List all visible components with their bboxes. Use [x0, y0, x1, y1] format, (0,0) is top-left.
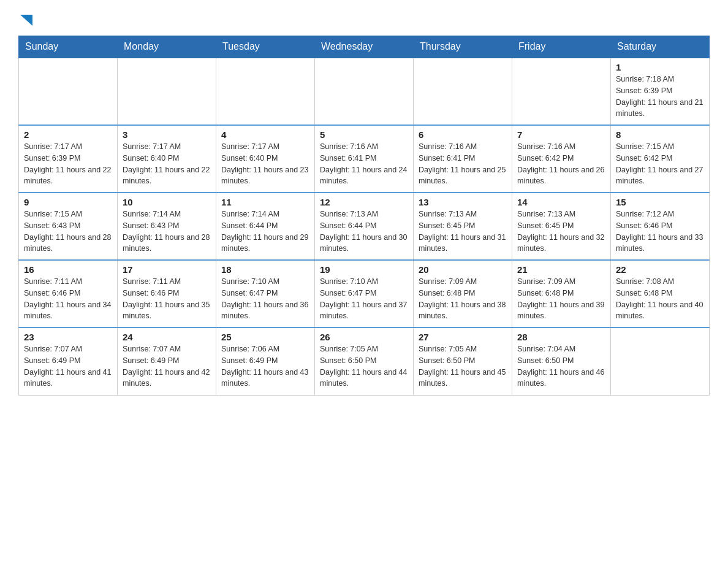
calendar-week-row: 23Sunrise: 7:07 AMSunset: 6:49 PMDayligh… — [19, 327, 710, 395]
day-info: Sunrise: 7:05 AMSunset: 6:50 PMDaylight:… — [320, 343, 408, 389]
calendar-cell: 8Sunrise: 7:15 AMSunset: 6:42 PMDaylight… — [611, 125, 710, 193]
calendar-cell: 23Sunrise: 7:07 AMSunset: 6:49 PMDayligh… — [19, 327, 118, 395]
calendar-cell: 6Sunrise: 7:16 AMSunset: 6:41 PMDaylight… — [414, 125, 512, 193]
day-number: 1 — [616, 62, 704, 72]
calendar-header-row: SundayMondayTuesdayWednesdayThursdayFrid… — [19, 36, 710, 58]
calendar-cell: 12Sunrise: 7:13 AMSunset: 6:44 PMDayligh… — [315, 193, 414, 260]
calendar-cell: 24Sunrise: 7:07 AMSunset: 6:49 PMDayligh… — [118, 327, 216, 395]
calendar-cell: 25Sunrise: 7:06 AMSunset: 6:49 PMDayligh… — [216, 327, 315, 395]
day-number: 9 — [24, 197, 112, 207]
calendar-cell — [315, 58, 414, 125]
column-header-monday: Monday — [118, 36, 216, 58]
calendar-week-row: 1Sunrise: 7:18 AMSunset: 6:39 PMDaylight… — [19, 58, 710, 125]
day-number: 8 — [616, 129, 704, 140]
day-info: Sunrise: 7:06 AMSunset: 6:49 PMDaylight:… — [221, 343, 309, 389]
column-header-wednesday: Wednesday — [315, 36, 414, 58]
day-info: Sunrise: 7:09 AMSunset: 6:48 PMDaylight:… — [419, 276, 507, 322]
day-info: Sunrise: 7:16 AMSunset: 6:41 PMDaylight:… — [320, 141, 408, 187]
column-header-sunday: Sunday — [19, 36, 118, 58]
day-number: 26 — [320, 332, 408, 342]
column-header-friday: Friday — [512, 36, 611, 58]
day-number: 16 — [24, 264, 112, 275]
day-info: Sunrise: 7:13 AMSunset: 6:44 PMDaylight:… — [320, 209, 408, 255]
day-number: 7 — [517, 129, 605, 140]
day-number: 10 — [123, 197, 211, 207]
day-number: 23 — [24, 332, 112, 342]
calendar-cell — [216, 58, 315, 125]
logo-triangle-icon — [20, 15, 32, 29]
calendar-cell — [512, 58, 611, 125]
calendar-cell: 16Sunrise: 7:11 AMSunset: 6:46 PMDayligh… — [19, 260, 118, 327]
calendar-cell: 18Sunrise: 7:10 AMSunset: 6:47 PMDayligh… — [216, 260, 315, 327]
column-header-saturday: Saturday — [611, 36, 710, 58]
day-number: 4 — [221, 129, 309, 140]
calendar-cell: 22Sunrise: 7:08 AMSunset: 6:48 PMDayligh… — [611, 260, 710, 327]
day-info: Sunrise: 7:04 AMSunset: 6:50 PMDaylight:… — [517, 343, 605, 389]
calendar-cell: 11Sunrise: 7:14 AMSunset: 6:44 PMDayligh… — [216, 193, 315, 260]
calendar-week-row: 2Sunrise: 7:17 AMSunset: 6:39 PMDaylight… — [19, 125, 710, 193]
day-number: 11 — [221, 197, 309, 207]
day-info: Sunrise: 7:16 AMSunset: 6:41 PMDaylight:… — [419, 141, 507, 187]
day-number: 12 — [320, 197, 408, 207]
calendar-cell: 2Sunrise: 7:17 AMSunset: 6:39 PMDaylight… — [19, 125, 118, 193]
day-info: Sunrise: 7:11 AMSunset: 6:46 PMDaylight:… — [123, 276, 211, 322]
calendar-week-row: 16Sunrise: 7:11 AMSunset: 6:46 PMDayligh… — [19, 260, 710, 327]
calendar-week-row: 9Sunrise: 7:15 AMSunset: 6:43 PMDaylight… — [19, 193, 710, 260]
day-info: Sunrise: 7:14 AMSunset: 6:44 PMDaylight:… — [221, 209, 309, 255]
day-number: 18 — [221, 264, 309, 275]
logo — [18, 12, 32, 29]
calendar-cell: 13Sunrise: 7:13 AMSunset: 6:45 PMDayligh… — [414, 193, 512, 260]
calendar-cell: 15Sunrise: 7:12 AMSunset: 6:46 PMDayligh… — [611, 193, 710, 260]
calendar-cell: 10Sunrise: 7:14 AMSunset: 6:43 PMDayligh… — [118, 193, 216, 260]
day-info: Sunrise: 7:10 AMSunset: 6:47 PMDaylight:… — [320, 276, 408, 322]
calendar-cell: 21Sunrise: 7:09 AMSunset: 6:48 PMDayligh… — [512, 260, 611, 327]
day-info: Sunrise: 7:17 AMSunset: 6:40 PMDaylight:… — [221, 141, 309, 187]
day-info: Sunrise: 7:07 AMSunset: 6:49 PMDaylight:… — [123, 343, 211, 389]
day-info: Sunrise: 7:13 AMSunset: 6:45 PMDaylight:… — [517, 209, 605, 255]
calendar-cell: 1Sunrise: 7:18 AMSunset: 6:39 PMDaylight… — [611, 58, 710, 125]
day-info: Sunrise: 7:17 AMSunset: 6:40 PMDaylight:… — [123, 141, 211, 187]
day-number: 21 — [517, 264, 605, 275]
day-number: 22 — [616, 264, 704, 275]
calendar-cell: 19Sunrise: 7:10 AMSunset: 6:47 PMDayligh… — [315, 260, 414, 327]
day-number: 13 — [419, 197, 507, 207]
calendar-cell — [19, 58, 118, 125]
day-info: Sunrise: 7:07 AMSunset: 6:49 PMDaylight:… — [24, 343, 112, 389]
day-info: Sunrise: 7:13 AMSunset: 6:45 PMDaylight:… — [419, 209, 507, 255]
calendar-cell — [118, 58, 216, 125]
calendar-cell: 20Sunrise: 7:09 AMSunset: 6:48 PMDayligh… — [414, 260, 512, 327]
day-number: 28 — [517, 332, 605, 342]
calendar-cell: 5Sunrise: 7:16 AMSunset: 6:41 PMDaylight… — [315, 125, 414, 193]
page-header — [18, 12, 710, 29]
calendar-cell: 3Sunrise: 7:17 AMSunset: 6:40 PMDaylight… — [118, 125, 216, 193]
day-info: Sunrise: 7:17 AMSunset: 6:39 PMDaylight:… — [24, 141, 112, 187]
calendar-table: SundayMondayTuesdayWednesdayThursdayFrid… — [18, 36, 710, 396]
day-number: 25 — [221, 332, 309, 342]
calendar-cell — [611, 327, 710, 395]
calendar-cell: 27Sunrise: 7:05 AMSunset: 6:50 PMDayligh… — [414, 327, 512, 395]
column-header-tuesday: Tuesday — [216, 36, 315, 58]
column-header-thursday: Thursday — [414, 36, 512, 58]
day-number: 3 — [123, 129, 211, 140]
day-number: 24 — [123, 332, 211, 342]
calendar-cell — [414, 58, 512, 125]
svg-marker-0 — [20, 15, 32, 26]
calendar-cell: 7Sunrise: 7:16 AMSunset: 6:42 PMDaylight… — [512, 125, 611, 193]
day-number: 19 — [320, 264, 408, 275]
day-number: 6 — [419, 129, 507, 140]
day-number: 27 — [419, 332, 507, 342]
calendar-cell: 4Sunrise: 7:17 AMSunset: 6:40 PMDaylight… — [216, 125, 315, 193]
day-info: Sunrise: 7:09 AMSunset: 6:48 PMDaylight:… — [517, 276, 605, 322]
day-info: Sunrise: 7:18 AMSunset: 6:39 PMDaylight:… — [616, 74, 704, 120]
day-number: 15 — [616, 197, 704, 207]
day-info: Sunrise: 7:08 AMSunset: 6:48 PMDaylight:… — [616, 276, 704, 322]
day-info: Sunrise: 7:05 AMSunset: 6:50 PMDaylight:… — [419, 343, 507, 389]
day-info: Sunrise: 7:16 AMSunset: 6:42 PMDaylight:… — [517, 141, 605, 187]
calendar-cell: 26Sunrise: 7:05 AMSunset: 6:50 PMDayligh… — [315, 327, 414, 395]
day-info: Sunrise: 7:11 AMSunset: 6:46 PMDaylight:… — [24, 276, 112, 322]
calendar-cell: 17Sunrise: 7:11 AMSunset: 6:46 PMDayligh… — [118, 260, 216, 327]
day-number: 2 — [24, 129, 112, 140]
day-info: Sunrise: 7:14 AMSunset: 6:43 PMDaylight:… — [123, 209, 211, 255]
calendar-cell: 9Sunrise: 7:15 AMSunset: 6:43 PMDaylight… — [19, 193, 118, 260]
day-info: Sunrise: 7:15 AMSunset: 6:43 PMDaylight:… — [24, 209, 112, 255]
